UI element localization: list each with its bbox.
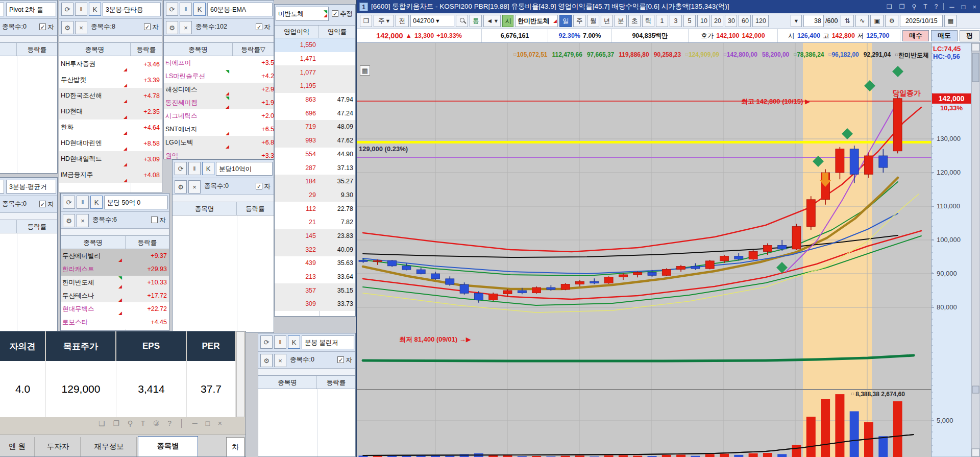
- candle-body[interactable]: [865, 156, 873, 174]
- axis-tick-label: 130,000: [937, 135, 961, 142]
- candle-body[interactable]: [734, 256, 743, 259]
- volume-axis-label: 5,000: [937, 417, 953, 424]
- candle-body[interactable]: [518, 291, 526, 293]
- indicator-value: □142,800,00: [724, 51, 757, 60]
- target-price-annotation: 129,000 (0.23%): [359, 145, 408, 153]
- indicator-value: □한미반도체: [895, 51, 929, 60]
- indicator-values-row: □105,072,51112,479,6697,665,37119,886,80…: [357, 51, 929, 60]
- volume-bar: [878, 436, 888, 457]
- main-chart[interactable]: 130,000120,000110,000100,00090,00080,000…: [0, 0, 980, 457]
- axis-tick-label: 90,000: [937, 270, 957, 277]
- volume-bar: [720, 454, 729, 457]
- indicator-value: 58,200,00: [762, 51, 789, 60]
- high-annotation: 최고 142,800 (10/15) ▶: [741, 97, 810, 106]
- volume-bar: [662, 455, 671, 457]
- indicator-value: □124,909,09: [685, 51, 719, 60]
- axis-tick-label: 120,000: [937, 169, 961, 176]
- hc-value: HC:-0,56: [933, 53, 961, 60]
- scrollbar-up-button[interactable]: [972, 43, 979, 51]
- volume-bar: [619, 455, 628, 457]
- lc-value: LC:74,45: [933, 45, 961, 53]
- indicator-value: 92,291,04: [864, 51, 891, 60]
- candle-body[interactable]: [633, 272, 642, 275]
- candle-body[interactable]: [749, 251, 757, 259]
- candle-body[interactable]: [836, 149, 844, 173]
- lc-hc-readout: LC:74,45 HC:-0,56: [933, 45, 961, 60]
- volume-bar: [792, 445, 801, 457]
- volume-bar: [850, 411, 859, 457]
- candle-body[interactable]: [806, 200, 815, 227]
- candle-body[interactable]: [778, 246, 787, 249]
- axis-tick-label: 110,000: [937, 202, 960, 210]
- scrollbar-down-button[interactable]: [972, 449, 979, 456]
- candle-body[interactable]: [373, 260, 382, 261]
- axis-tick-label: 80,000: [937, 303, 957, 311]
- volume-bar: [763, 453, 772, 457]
- candle-body[interactable]: [547, 287, 555, 290]
- volume-bar: [893, 401, 902, 457]
- chart-scrollbar[interactable]: [971, 43, 980, 457]
- candle-body[interactable]: [503, 291, 512, 294]
- volume-bar: [777, 454, 787, 457]
- indicator-value: 119,886,80: [619, 51, 649, 60]
- volume-bar: [821, 399, 830, 457]
- axis-tick-label: 100,000: [937, 236, 961, 244]
- candle-body[interactable]: [604, 277, 613, 283]
- candle-body[interactable]: [359, 260, 368, 262]
- volume-bar: [705, 454, 715, 457]
- pane-splitter-handle[interactable]: [972, 386, 979, 393]
- candle-body[interactable]: [561, 284, 570, 290]
- trading-workspace: { "panels": { "pivot": { "title": "Pivot…: [0, 0, 980, 457]
- candle-body[interactable]: [431, 274, 440, 279]
- candle-body[interactable]: [619, 275, 627, 277]
- indicator-value: □105,072,51: [514, 51, 548, 60]
- chart-grid-tool-icon[interactable]: ▦: [360, 65, 370, 76]
- candle-body[interactable]: [402, 266, 411, 270]
- candle-body[interactable]: [460, 284, 469, 293]
- candle-body[interactable]: [792, 227, 801, 249]
- volume-bar: [734, 455, 743, 457]
- candle-body[interactable]: [590, 281, 599, 283]
- target-price-line: [357, 141, 932, 143]
- candle-body[interactable]: [416, 270, 425, 274]
- candle-body[interactable]: [720, 256, 729, 261]
- indicator-value: 90,258,23: [654, 51, 681, 60]
- indicator-value: □78,386,24: [794, 51, 824, 60]
- candle-body[interactable]: [705, 261, 714, 269]
- volume-bar: [806, 417, 816, 457]
- candle-body[interactable]: [763, 246, 772, 252]
- candle-body[interactable]: [474, 293, 483, 300]
- volume-bar: [835, 394, 844, 457]
- scrollbar-thumb[interactable]: [972, 53, 979, 82]
- candle-body[interactable]: [691, 266, 700, 269]
- indicator-value: □96,182,00: [829, 51, 859, 60]
- volume-bar: [749, 453, 758, 457]
- candle-body[interactable]: [388, 260, 397, 266]
- candle-body[interactable]: [879, 156, 888, 167]
- candle-body[interactable]: [662, 269, 671, 275]
- candle-body[interactable]: [489, 294, 498, 300]
- low-annotation: 최저 81,400 (09/01) →▶: [399, 335, 471, 344]
- current-pct-label: 10,33%: [940, 104, 963, 112]
- volume-bar: [676, 455, 685, 457]
- candle-body[interactable]: [850, 149, 859, 175]
- candle-body[interactable]: [648, 272, 656, 275]
- candle-body[interactable]: [532, 287, 541, 293]
- candle-body[interactable]: [677, 266, 685, 269]
- candle-body[interactable]: [893, 99, 902, 151]
- indicator-value: 112,479,66: [552, 51, 582, 60]
- today-close-label: 당일종가: [892, 89, 921, 98]
- candle-body[interactable]: [576, 281, 584, 284]
- volume-readout: □ 8,388,38 2,674,60: [851, 391, 905, 398]
- current-price-label: 142,000: [939, 94, 965, 103]
- indicator-value: 97,665,37: [587, 51, 614, 60]
- candle-body[interactable]: [446, 279, 454, 284]
